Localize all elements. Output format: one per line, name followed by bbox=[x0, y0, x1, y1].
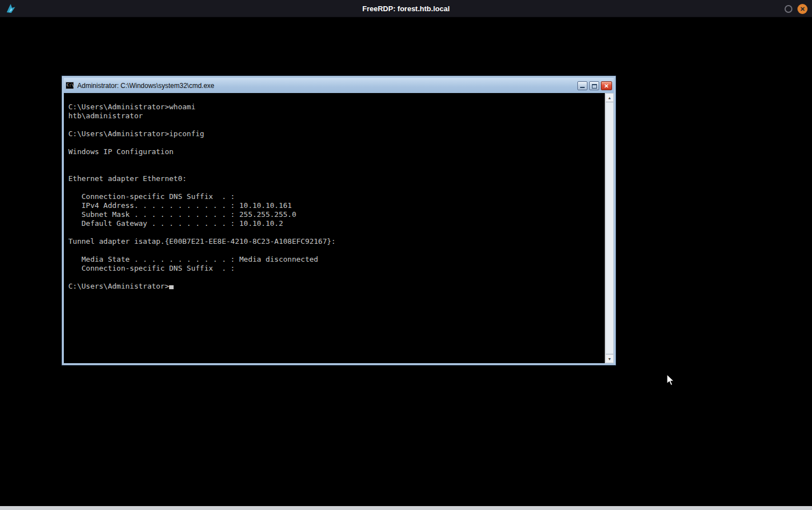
cmd-minimize-button[interactable] bbox=[577, 81, 587, 90]
cmd-titlebar[interactable]: C:\ Administrator: C:\Windows\system32\c… bbox=[64, 78, 614, 93]
window-frame-bottom bbox=[0, 506, 812, 510]
cmd-window: C:\ Administrator: C:\Windows\system32\c… bbox=[62, 76, 616, 365]
freerdp-window-title: FreeRDP: forest.htb.local bbox=[0, 0, 812, 17]
text-cursor bbox=[169, 285, 174, 289]
minimize-icon bbox=[580, 87, 585, 88]
maximize-icon bbox=[592, 84, 597, 89]
scroll-down-button[interactable]: ▼ bbox=[605, 354, 614, 363]
freerdp-close-button[interactable]: ✕ bbox=[797, 4, 808, 14]
cmd-window-controls: ✕ bbox=[577, 81, 612, 90]
console[interactable]: C:\Users\Administrator>whoami htb\admini… bbox=[64, 93, 614, 363]
freerdp-titlebar[interactable]: FreeRDP: forest.htb.local ✕ bbox=[0, 0, 812, 17]
freerdp-window: FreeRDP: forest.htb.local ✕ C:\ Administ… bbox=[0, 0, 812, 510]
scrollbar-thumb[interactable] bbox=[605, 102, 614, 354]
console-text-area[interactable]: C:\Users\Administrator>whoami htb\admini… bbox=[64, 93, 605, 363]
cmd-icon[interactable]: C:\ bbox=[66, 82, 74, 89]
scroll-up-button[interactable]: ▲ bbox=[605, 93, 614, 102]
cmd-maximize-button[interactable] bbox=[589, 81, 599, 90]
freerdp-minimize-button[interactable] bbox=[785, 5, 792, 13]
freerdp-window-controls: ✕ bbox=[785, 0, 808, 17]
console-scrollbar[interactable]: ▲ ▼ bbox=[605, 93, 614, 363]
cmd-close-button[interactable]: ✕ bbox=[601, 81, 612, 90]
mouse-cursor-icon bbox=[666, 374, 677, 386]
console-output: C:\Users\Administrator>whoami htb\admini… bbox=[68, 103, 335, 290]
cmd-window-title: Administrator: C:\Windows\system32\cmd.e… bbox=[77, 82, 573, 90]
